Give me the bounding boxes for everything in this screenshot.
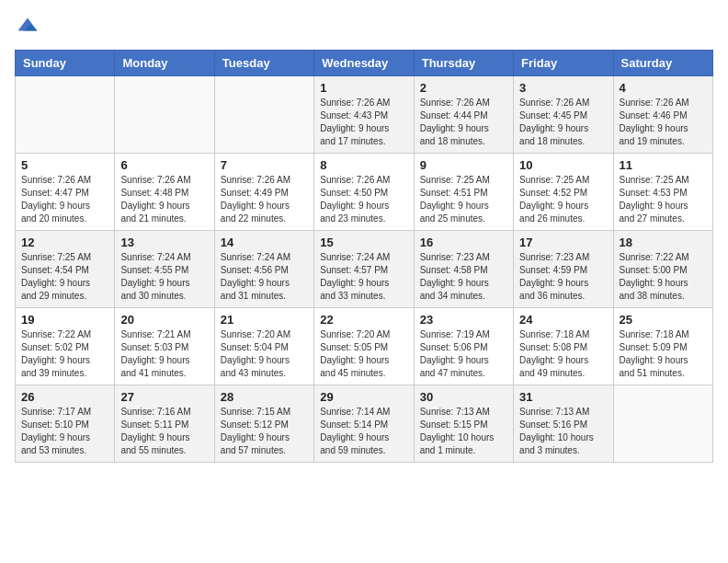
day-number: 5 <box>21 158 108 172</box>
day-info: Sunrise: 7:23 AM Sunset: 4:58 PM Dayligh… <box>420 251 507 303</box>
day-info: Sunrise: 7:25 AM Sunset: 4:53 PM Dayligh… <box>620 174 707 225</box>
weekday-header-wednesday: Wednesday <box>314 51 414 76</box>
day-info: Sunrise: 7:24 AM Sunset: 4:57 PM Dayligh… <box>320 251 407 303</box>
calendar-cell: 10Sunrise: 7:25 AM Sunset: 4:52 PM Dayli… <box>514 154 613 231</box>
day-info: Sunrise: 7:18 AM Sunset: 5:08 PM Dayligh… <box>519 328 607 380</box>
calendar-cell: 24Sunrise: 7:18 AM Sunset: 5:08 PM Dayli… <box>514 308 613 385</box>
day-info: Sunrise: 7:22 AM Sunset: 5:00 PM Dayligh… <box>620 251 707 303</box>
day-info: Sunrise: 7:26 AM Sunset: 4:48 PM Dayligh… <box>120 174 208 225</box>
day-number: 1 <box>320 81 407 95</box>
day-number: 30 <box>420 390 507 404</box>
day-number: 13 <box>120 236 208 249</box>
day-info: Sunrise: 7:26 AM Sunset: 4:44 PM Dayligh… <box>420 97 507 148</box>
weekday-header-saturday: Saturday <box>613 51 712 76</box>
page-header <box>15 15 713 40</box>
day-number: 16 <box>420 236 507 249</box>
calendar-week-row: 5Sunrise: 7:26 AM Sunset: 4:47 PM Daylig… <box>16 154 713 231</box>
day-number: 4 <box>620 81 707 95</box>
calendar-cell: 18Sunrise: 7:22 AM Sunset: 5:00 PM Dayli… <box>613 231 712 308</box>
day-info: Sunrise: 7:26 AM Sunset: 4:47 PM Dayligh… <box>21 174 108 225</box>
calendar-cell: 29Sunrise: 7:14 AM Sunset: 5:14 PM Dayli… <box>314 385 414 463</box>
calendar-cell: 12Sunrise: 7:25 AM Sunset: 4:54 PM Dayli… <box>16 231 115 308</box>
day-number: 24 <box>519 313 607 327</box>
calendar-cell: 14Sunrise: 7:24 AM Sunset: 4:56 PM Dayli… <box>214 231 313 308</box>
day-number: 20 <box>120 313 208 327</box>
day-info: Sunrise: 7:21 AM Sunset: 5:03 PM Dayligh… <box>120 328 208 380</box>
day-info: Sunrise: 7:26 AM Sunset: 4:43 PM Dayligh… <box>320 97 407 148</box>
day-number: 27 <box>120 390 208 404</box>
day-info: Sunrise: 7:25 AM Sunset: 4:52 PM Dayligh… <box>519 174 607 225</box>
day-info: Sunrise: 7:18 AM Sunset: 5:09 PM Dayligh… <box>620 328 707 380</box>
weekday-header-monday: Monday <box>115 51 214 76</box>
day-info: Sunrise: 7:19 AM Sunset: 5:06 PM Dayligh… <box>420 328 507 380</box>
day-number: 10 <box>519 158 607 172</box>
day-info: Sunrise: 7:26 AM Sunset: 4:49 PM Dayligh… <box>221 174 308 225</box>
calendar-cell: 8Sunrise: 7:26 AM Sunset: 4:50 PM Daylig… <box>314 154 414 231</box>
day-number: 3 <box>519 81 607 95</box>
day-number: 29 <box>320 390 407 404</box>
day-number: 17 <box>519 236 607 249</box>
calendar-cell: 1Sunrise: 7:26 AM Sunset: 4:43 PM Daylig… <box>314 76 414 154</box>
day-number: 7 <box>221 158 308 172</box>
day-number: 31 <box>519 390 607 404</box>
day-number: 28 <box>221 390 308 404</box>
calendar-cell: 17Sunrise: 7:23 AM Sunset: 4:59 PM Dayli… <box>514 231 613 308</box>
calendar-cell: 20Sunrise: 7:21 AM Sunset: 5:03 PM Dayli… <box>115 308 214 385</box>
day-number: 14 <box>221 236 308 249</box>
day-info: Sunrise: 7:15 AM Sunset: 5:12 PM Dayligh… <box>221 406 308 457</box>
day-number: 22 <box>320 313 407 327</box>
calendar-cell: 28Sunrise: 7:15 AM Sunset: 5:12 PM Dayli… <box>214 385 313 463</box>
day-info: Sunrise: 7:20 AM Sunset: 5:05 PM Dayligh… <box>320 328 407 380</box>
day-number: 15 <box>320 236 407 249</box>
calendar-cell: 30Sunrise: 7:13 AM Sunset: 5:15 PM Dayli… <box>414 385 513 463</box>
day-info: Sunrise: 7:22 AM Sunset: 5:02 PM Dayligh… <box>21 328 108 380</box>
day-info: Sunrise: 7:13 AM Sunset: 5:15 PM Dayligh… <box>420 406 507 457</box>
day-number: 23 <box>420 313 507 327</box>
day-number: 18 <box>620 236 707 249</box>
calendar-cell <box>613 385 712 463</box>
calendar-week-row: 12Sunrise: 7:25 AM Sunset: 4:54 PM Dayli… <box>16 231 713 308</box>
calendar-cell: 22Sunrise: 7:20 AM Sunset: 5:05 PM Dayli… <box>314 308 414 385</box>
day-info: Sunrise: 7:26 AM Sunset: 4:45 PM Dayligh… <box>519 97 607 148</box>
calendar-cell: 13Sunrise: 7:24 AM Sunset: 4:55 PM Dayli… <box>115 231 214 308</box>
day-number: 8 <box>320 158 407 172</box>
day-number: 19 <box>21 313 108 327</box>
calendar-cell: 4Sunrise: 7:26 AM Sunset: 4:46 PM Daylig… <box>613 76 712 154</box>
calendar-cell: 15Sunrise: 7:24 AM Sunset: 4:57 PM Dayli… <box>314 231 414 308</box>
calendar-table: SundayMondayTuesdayWednesdayThursdayFrid… <box>15 50 713 463</box>
day-info: Sunrise: 7:24 AM Sunset: 4:55 PM Dayligh… <box>120 251 208 303</box>
day-number: 6 <box>120 158 208 172</box>
day-info: Sunrise: 7:23 AM Sunset: 4:59 PM Dayligh… <box>519 251 607 303</box>
day-info: Sunrise: 7:13 AM Sunset: 5:16 PM Dayligh… <box>519 406 607 457</box>
calendar-cell: 6Sunrise: 7:26 AM Sunset: 4:48 PM Daylig… <box>115 154 214 231</box>
day-info: Sunrise: 7:25 AM Sunset: 4:51 PM Dayligh… <box>420 174 507 225</box>
logo-icon <box>15 15 40 40</box>
day-info: Sunrise: 7:24 AM Sunset: 4:56 PM Dayligh… <box>221 251 308 303</box>
calendar-cell: 21Sunrise: 7:20 AM Sunset: 5:04 PM Dayli… <box>214 308 313 385</box>
day-info: Sunrise: 7:26 AM Sunset: 4:50 PM Dayligh… <box>320 174 407 225</box>
calendar-week-row: 19Sunrise: 7:22 AM Sunset: 5:02 PM Dayli… <box>16 308 713 385</box>
calendar-cell: 9Sunrise: 7:25 AM Sunset: 4:51 PM Daylig… <box>414 154 513 231</box>
day-number: 21 <box>221 313 308 327</box>
day-number: 25 <box>620 313 707 327</box>
calendar-cell: 3Sunrise: 7:26 AM Sunset: 4:45 PM Daylig… <box>514 76 613 154</box>
calendar-cell: 25Sunrise: 7:18 AM Sunset: 5:09 PM Dayli… <box>613 308 712 385</box>
weekday-header-friday: Friday <box>514 51 613 76</box>
weekday-header-thursday: Thursday <box>414 51 513 76</box>
calendar-cell: 16Sunrise: 7:23 AM Sunset: 4:58 PM Dayli… <box>414 231 513 308</box>
day-info: Sunrise: 7:16 AM Sunset: 5:11 PM Dayligh… <box>120 406 208 457</box>
calendar-header-row: SundayMondayTuesdayWednesdayThursdayFrid… <box>16 51 713 76</box>
day-number: 9 <box>420 158 507 172</box>
day-info: Sunrise: 7:25 AM Sunset: 4:54 PM Dayligh… <box>21 251 108 303</box>
day-number: 11 <box>620 158 707 172</box>
day-info: Sunrise: 7:17 AM Sunset: 5:10 PM Dayligh… <box>21 406 108 457</box>
calendar-cell: 23Sunrise: 7:19 AM Sunset: 5:06 PM Dayli… <box>414 308 513 385</box>
day-number: 26 <box>21 390 108 404</box>
logo <box>15 15 44 40</box>
day-info: Sunrise: 7:26 AM Sunset: 4:46 PM Dayligh… <box>620 97 707 148</box>
calendar-week-row: 1Sunrise: 7:26 AM Sunset: 4:43 PM Daylig… <box>16 76 713 154</box>
calendar-week-row: 26Sunrise: 7:17 AM Sunset: 5:10 PM Dayli… <box>16 385 713 463</box>
calendar-cell: 7Sunrise: 7:26 AM Sunset: 4:49 PM Daylig… <box>214 154 313 231</box>
day-info: Sunrise: 7:20 AM Sunset: 5:04 PM Dayligh… <box>221 328 308 380</box>
calendar-cell: 31Sunrise: 7:13 AM Sunset: 5:16 PM Dayli… <box>514 385 613 463</box>
